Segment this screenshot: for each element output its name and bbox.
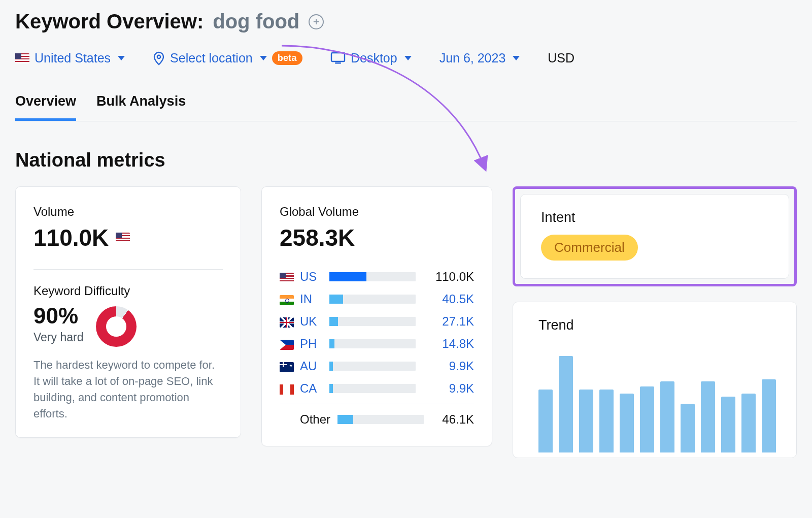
kd-percentage: 90% [33, 303, 83, 329]
chevron-down-icon [404, 56, 412, 60]
right-column: Intent Commercial Trend [513, 186, 797, 458]
tab-bulk-analysis[interactable]: Bulk Analysis [96, 93, 186, 121]
global-volume-row[interactable]: US110.0K [280, 266, 474, 288]
country-code: US [300, 270, 322, 284]
location-selector[interactable]: Select location beta [153, 51, 302, 66]
tab-overview[interactable]: Overview [15, 93, 76, 121]
country-volume: 27.1K [426, 314, 474, 329]
global-volume-card: Global Volume 258.3K US110.0KIN40.5KUK27… [261, 186, 492, 446]
country-code: UK [300, 314, 322, 329]
tabs: Overview Bulk Analysis [15, 93, 797, 121]
country-code: PH [300, 337, 322, 351]
global-volume-row-other: Other 46.1K [280, 408, 474, 431]
intent-highlight-box: Intent Commercial [513, 186, 797, 286]
filter-bar: United States Select location beta Deskt… [15, 51, 797, 66]
location-label: Select location [170, 51, 253, 66]
volume-bar [329, 317, 416, 326]
trend-bar [640, 386, 654, 452]
uk-flag-icon [280, 314, 293, 329]
page-title: Keyword Overview: [15, 10, 204, 33]
volume-bar [337, 415, 424, 424]
volume-bar [329, 295, 416, 304]
trend-bar [599, 390, 614, 452]
global-volume-row[interactable]: CA9.9K [280, 377, 474, 400]
page-title-row: Keyword Overview: dog food + [15, 10, 797, 33]
country-code: Other [300, 412, 330, 427]
volume-value: 110.0K [33, 224, 223, 251]
kd-row: 90% Very hard [33, 303, 223, 347]
volume-bar [329, 272, 416, 281]
trend-bar [681, 404, 695, 452]
trend-bar [660, 381, 674, 452]
us-flag-icon [15, 53, 29, 63]
device-label: Desktop [351, 51, 397, 66]
in-flag-icon [280, 292, 293, 306]
global-volume-value: 258.3K [280, 224, 474, 251]
date-label: Jun 6, 2023 [439, 51, 506, 66]
kd-note: The hardest keyword to compete for. It w… [33, 357, 223, 422]
trend-card: Trend [513, 302, 797, 458]
global-volume-label: Global Volume [280, 205, 474, 219]
svg-point-0 [157, 55, 160, 58]
chevron-down-icon [513, 56, 520, 60]
us-flag-icon [116, 233, 130, 243]
us-flag-icon [280, 270, 293, 284]
country-code: AU [300, 359, 322, 373]
ph-flag-icon [280, 337, 293, 351]
ca-flag-icon [280, 381, 293, 396]
global-volume-list: US110.0KIN40.5KUK27.1KPH14.8KAU9.9KCA9.9… [280, 266, 474, 400]
add-keyword-icon[interactable]: + [309, 14, 324, 29]
intent-card: Intent Commercial [520, 194, 789, 279]
page-keyword: dog food [213, 10, 299, 33]
trend-bar [701, 381, 715, 452]
desktop-icon [330, 52, 346, 65]
trend-bar [559, 356, 573, 452]
metrics-cards-row: Volume 110.0K Keyword Difficulty 90% Ver… [15, 186, 797, 458]
kd-descriptor: Very hard [33, 331, 83, 344]
global-volume-row[interactable]: PH14.8K [280, 333, 474, 355]
kd-donut-icon [96, 306, 137, 347]
trend-bar [762, 379, 776, 452]
svg-rect-2 [335, 62, 341, 64]
country-volume: 46.1K [431, 412, 474, 427]
volume-bar [329, 384, 416, 393]
svg-rect-1 [331, 53, 345, 61]
divider [33, 269, 223, 270]
trend-chart [538, 346, 776, 452]
trend-bar [538, 390, 553, 452]
country-code: IN [300, 292, 322, 306]
volume-bar [329, 362, 416, 371]
intent-badge: Commercial [541, 235, 638, 261]
date-selector[interactable]: Jun 6, 2023 [439, 51, 520, 66]
volume-label: Volume [33, 205, 223, 219]
location-pin-icon [153, 51, 165, 66]
kd-label: Keyword Difficulty [33, 284, 223, 298]
intent-label: Intent [541, 210, 768, 225]
country-selector[interactable]: United States [15, 51, 125, 66]
global-volume-row[interactable]: IN40.5K [280, 288, 474, 310]
trend-bar [579, 390, 593, 452]
global-volume-row[interactable]: AU9.9K [280, 355, 474, 377]
currency-label: USD [548, 51, 574, 66]
beta-badge: beta [272, 51, 302, 65]
divider [280, 404, 474, 404]
country-volume: 110.0K [426, 270, 474, 284]
country-volume: 9.9K [426, 381, 474, 396]
trend-bar [741, 394, 756, 452]
volume-card: Volume 110.0K Keyword Difficulty 90% Ver… [15, 186, 241, 438]
country-volume: 9.9K [426, 359, 474, 373]
volume-bar [329, 339, 416, 348]
section-heading-national-metrics: National metrics [15, 149, 797, 171]
global-volume-row[interactable]: UK27.1K [280, 310, 474, 333]
chevron-down-icon [260, 56, 267, 60]
device-selector[interactable]: Desktop [330, 51, 412, 66]
chevron-down-icon [118, 56, 125, 60]
trend-label: Trend [538, 317, 776, 333]
country-volume: 14.8K [426, 337, 474, 351]
au-flag-icon [280, 359, 293, 373]
trend-bar [721, 397, 735, 452]
country-label: United States [35, 51, 111, 66]
country-volume: 40.5K [426, 292, 474, 306]
trend-bar [620, 394, 634, 452]
country-code: CA [300, 381, 322, 396]
